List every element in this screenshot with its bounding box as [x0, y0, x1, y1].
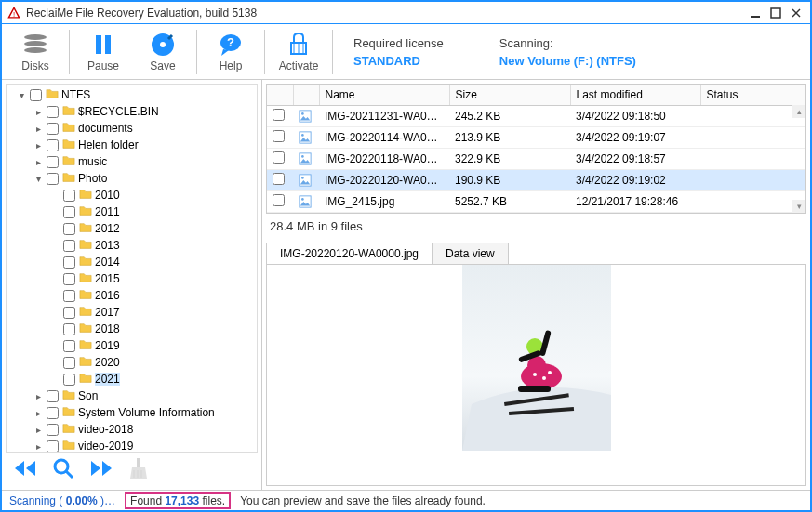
tree-item[interactable]: 2015: [10, 270, 253, 287]
tree-item[interactable]: ▸video-2019: [10, 438, 253, 453]
svg-rect-2: [751, 16, 760, 18]
table-row[interactable]: IMG_2415.jpg5252.7 KB12/21/2017 19:28:46: [267, 191, 805, 213]
tree-checkbox[interactable]: [63, 223, 75, 235]
activate-button[interactable]: Activate: [269, 25, 328, 79]
expand-toggle[interactable]: ▸: [33, 391, 44, 401]
tree-item[interactable]: ▸Son: [10, 387, 253, 404]
pause-button[interactable]: Pause: [73, 25, 133, 79]
tree-item[interactable]: 2017: [10, 304, 253, 321]
tree-checkbox[interactable]: [30, 89, 42, 101]
tree-item[interactable]: 2019: [10, 337, 253, 354]
tab-preview[interactable]: IMG-20220120-WA0000.jpg: [266, 243, 433, 264]
expand-toggle[interactable]: ▸: [33, 441, 44, 452]
tree-checkbox[interactable]: [63, 190, 75, 202]
col-modified[interactable]: Last modified: [570, 85, 700, 106]
cell-name: IMG-20220120-WA00…: [319, 170, 449, 191]
tree-checkbox[interactable]: [63, 323, 75, 335]
toolbar-separator: [196, 30, 197, 74]
nav-last-button[interactable]: [89, 458, 113, 481]
search-button[interactable]: [52, 457, 74, 482]
table-row[interactable]: IMG-20220120-WA00…190.9 KB3/4/2022 09:19…: [267, 170, 805, 191]
table-row[interactable]: IMG-20211231-WA00…245.2 KB3/4/2022 09:18…: [267, 106, 805, 127]
expand-toggle[interactable]: ▸: [33, 107, 44, 117]
col-name[interactable]: Name: [319, 85, 449, 106]
col-size[interactable]: Size: [449, 85, 570, 106]
grid-scroll-up[interactable]: ▴: [792, 105, 805, 118]
disks-button[interactable]: Disks: [6, 25, 65, 79]
tree-checkbox[interactable]: [63, 290, 75, 302]
expand-toggle[interactable]: ▸: [33, 425, 44, 435]
row-checkbox[interactable]: [273, 151, 285, 164]
tree-checkbox[interactable]: [47, 173, 59, 185]
tree-checkbox[interactable]: [63, 206, 75, 218]
tree-checkbox[interactable]: [63, 340, 75, 352]
row-checkbox[interactable]: [273, 109, 285, 121]
help-button[interactable]: ? Help: [201, 25, 260, 79]
maximize-button[interactable]: [767, 7, 784, 20]
grid-scroll-down[interactable]: ▾: [792, 200, 805, 213]
tree-item[interactable]: 2011: [10, 203, 253, 220]
tree-item-label: 2013: [95, 239, 120, 252]
tree-checkbox[interactable]: [47, 106, 59, 118]
row-checkbox[interactable]: [273, 173, 285, 185]
tree-checkbox[interactable]: [47, 156, 59, 168]
minimize-button[interactable]: [747, 7, 764, 20]
expand-toggle[interactable]: ▸: [33, 140, 44, 151]
file-summary: 28.4 MB in 9 files: [266, 214, 806, 239]
cell-name: IMG-20220114-WA00…: [319, 127, 449, 149]
tree-checkbox[interactable]: [47, 424, 59, 436]
tree-item[interactable]: 2016: [10, 287, 253, 304]
folder-icon: [61, 405, 78, 421]
tree-item[interactable]: ▸documents: [10, 120, 253, 137]
save-button[interactable]: Save: [133, 25, 193, 79]
tree-checkbox[interactable]: [47, 407, 59, 419]
row-checkbox[interactable]: [273, 130, 285, 142]
clean-button[interactable]: [128, 457, 149, 482]
tree-item[interactable]: ▸music: [10, 153, 253, 170]
expand-toggle[interactable]: ▾: [16, 90, 27, 100]
svg-point-7: [24, 41, 47, 46]
tree-item[interactable]: 2013: [10, 237, 253, 254]
tree-checkbox[interactable]: [47, 139, 59, 151]
col-status[interactable]: Status: [700, 85, 805, 106]
tree-item[interactable]: ▸video-2018: [10, 421, 253, 438]
expand-toggle[interactable]: ▾: [33, 174, 44, 184]
nav-first-button[interactable]: [13, 458, 37, 481]
license-label: Required license: [353, 36, 444, 50]
col-check[interactable]: [267, 85, 293, 106]
tree-checkbox[interactable]: [63, 307, 75, 319]
tree-item[interactable]: ▸System Volume Information: [10, 404, 253, 421]
tree-item[interactable]: 2020: [10, 354, 253, 371]
tree-item[interactable]: ▾Photo: [10, 170, 253, 187]
expand-toggle[interactable]: ▸: [33, 124, 44, 134]
tree-checkbox[interactable]: [63, 357, 75, 369]
tree-checkbox[interactable]: [47, 390, 59, 402]
tree-checkbox[interactable]: [47, 440, 59, 453]
file-grid[interactable]: Name Size Last modified Status IMG-20211…: [266, 84, 806, 214]
tree-item[interactable]: ▸$RECYCLE.BIN: [10, 103, 253, 120]
cell-modified: 3/4/2022 09:19:07: [570, 127, 700, 149]
tree-checkbox[interactable]: [47, 123, 59, 135]
expand-toggle[interactable]: ▸: [33, 157, 44, 167]
tree-item[interactable]: 2018: [10, 321, 253, 337]
folder-tree[interactable]: ▾NTFS▸$RECYCLE.BIN▸documents▸Helen folde…: [6, 84, 258, 453]
tree-item-label: 2017: [95, 306, 120, 319]
table-row[interactable]: IMG-20220118-WA00…322.9 KB3/4/2022 09:18…: [267, 149, 805, 170]
close-button[interactable]: [788, 7, 805, 20]
tree-checkbox[interactable]: [63, 256, 75, 269]
tree-item[interactable]: 2014: [10, 254, 253, 270]
tree-item[interactable]: 2012: [10, 220, 253, 237]
tree-checkbox[interactable]: [63, 240, 75, 252]
tree-item[interactable]: ▾NTFS: [10, 86, 253, 103]
expand-toggle[interactable]: ▸: [33, 408, 44, 418]
tree-item[interactable]: ▸Helen folder: [10, 137, 253, 153]
row-checkbox[interactable]: [273, 194, 285, 206]
scanning-value[interactable]: New Volume (F:) (NTFS): [499, 54, 636, 68]
tree-item[interactable]: 2010: [10, 187, 253, 203]
svg-point-34: [301, 155, 304, 158]
tree-checkbox[interactable]: [63, 374, 75, 386]
table-row[interactable]: IMG-20220114-WA00…213.9 KB3/4/2022 09:19…: [267, 127, 805, 149]
tree-item[interactable]: 2021: [10, 371, 253, 387]
tree-checkbox[interactable]: [63, 273, 75, 285]
tab-data-view[interactable]: Data view: [432, 243, 509, 264]
